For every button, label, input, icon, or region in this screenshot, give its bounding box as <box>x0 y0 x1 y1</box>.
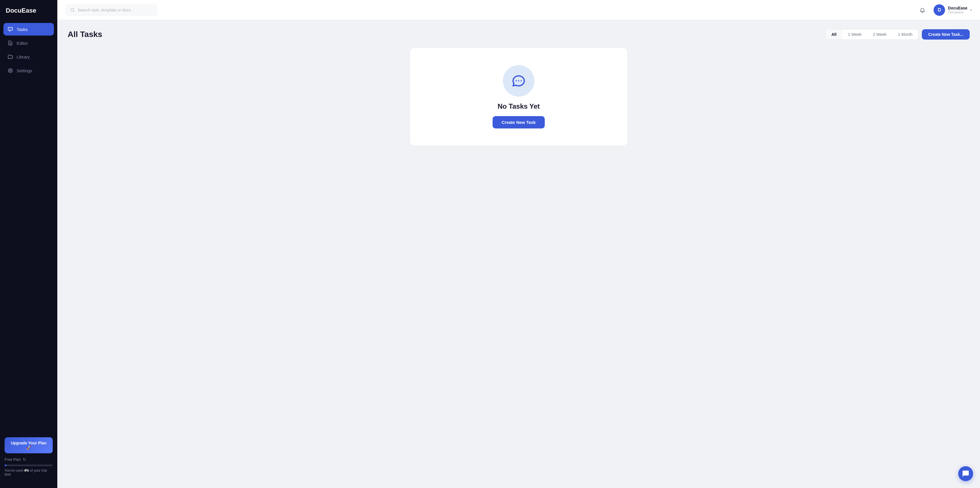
empty-title: No Tasks Yet <box>498 102 539 110</box>
empty-icon-container <box>503 65 535 97</box>
tasks-icon <box>8 26 13 32</box>
content-header: All Tasks All 1 Week 2 Week 1 Month Crea… <box>68 29 970 40</box>
empty-state-card: No Tasks Yet Create New Task <box>410 48 628 146</box>
user-subtitle: Docuease <box>948 10 967 14</box>
filter-tab-2week[interactable]: 2 Week <box>867 30 892 39</box>
empty-state-inner: No Tasks Yet Create New Task <box>493 65 545 128</box>
sidebar-item-library-label: Library <box>17 54 30 59</box>
sidebar-item-tasks-label: Tasks <box>17 27 27 32</box>
library-icon <box>8 54 13 60</box>
filter-tab-1month[interactable]: 1 Month <box>892 30 918 39</box>
avatar: D <box>934 4 945 16</box>
header: Search task, template or docs... D DocuE… <box>57 0 980 20</box>
sidebar: DocuEase Tasks Editor Library <box>0 0 57 488</box>
search-placeholder: Search task, template or docs... <box>78 8 134 12</box>
notification-bell[interactable] <box>917 5 928 16</box>
user-menu[interactable]: D DocuEase Docuease ▾ <box>934 4 972 16</box>
plan-info: Free Plan ↻ <box>5 457 53 462</box>
sidebar-item-library[interactable]: Library <box>3 51 54 63</box>
page-title: All Tasks <box>68 30 102 39</box>
content-area: All Tasks All 1 Week 2 Week 1 Month Crea… <box>57 20 980 488</box>
chat-support-button[interactable] <box>958 466 973 481</box>
content-controls: All 1 Week 2 Week 1 Month Create New Tas… <box>825 29 970 40</box>
search-box[interactable]: Search task, template or docs... <box>65 5 157 16</box>
app-logo: DocuEase <box>0 7 57 23</box>
chat-bubble-icon <box>511 73 526 88</box>
sidebar-item-editor-label: Editor <box>17 41 28 46</box>
sidebar-footer: Upgrade Your Plan 🚀 Free Plan ↻ You've u… <box>0 433 57 481</box>
plan-usage-text: You've used 4% of your trial limit <box>5 469 53 477</box>
upgrade-button[interactable]: Upgrade Your Plan 🚀 <box>5 437 53 453</box>
chat-icon <box>962 470 969 477</box>
main-area: Search task, template or docs... D DocuE… <box>57 0 980 488</box>
user-info: DocuEase Docuease <box>948 6 967 14</box>
user-name: DocuEase <box>948 6 967 10</box>
settings-icon <box>8 68 13 73</box>
sidebar-nav: Tasks Editor Library Settings <box>0 23 57 433</box>
plan-name: Free Plan <box>5 457 21 462</box>
create-new-task-header-button[interactable]: Create New Task... <box>922 29 970 40</box>
create-new-task-button[interactable]: Create New Task <box>493 116 545 128</box>
plan-progress-bar <box>5 464 53 466</box>
filter-tab-1week[interactable]: 1 Week <box>842 30 867 39</box>
filter-tab-all[interactable]: All <box>826 30 842 39</box>
sidebar-item-settings[interactable]: Settings <box>3 64 54 77</box>
sidebar-item-settings-label: Settings <box>17 68 32 73</box>
svg-point-0 <box>71 8 74 11</box>
editor-icon <box>8 40 13 46</box>
sidebar-item-tasks[interactable]: Tasks <box>3 23 54 35</box>
search-icon <box>70 8 75 12</box>
sidebar-item-editor[interactable]: Editor <box>3 37 54 49</box>
chevron-down-icon: ▾ <box>970 8 972 12</box>
plan-progress-fill <box>5 464 6 466</box>
filter-tabs: All 1 Week 2 Week 1 Month <box>825 29 918 40</box>
refresh-icon: ↻ <box>23 457 26 462</box>
bell-icon <box>919 7 926 13</box>
